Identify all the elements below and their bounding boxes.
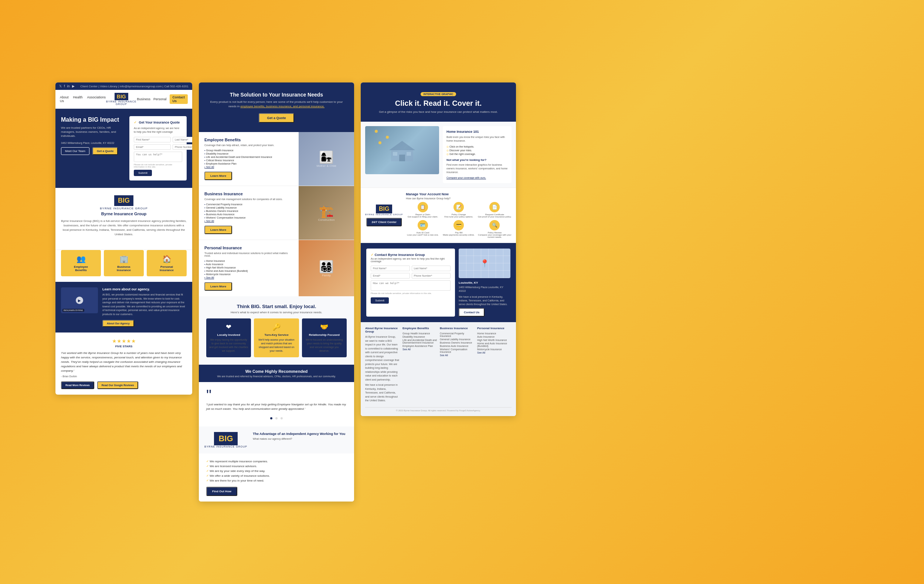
contact-name-row <box>371 266 450 271</box>
play-button[interactable]: ▶ <box>76 297 83 304</box>
locally-involved-desc: We enjoy having the opportunity to give … <box>209 338 248 352</box>
request-cert-desc: Get proof of your insurance policy. <box>478 216 512 218</box>
footer-eb-list: Group Health Insurance Disability Insura… <box>403 332 437 351</box>
phone-input[interactable] <box>173 144 192 150</box>
last-name-input[interactable] <box>173 137 192 142</box>
contact-first-name[interactable] <box>371 266 410 271</box>
business-insurance-content: Business Insurance Coverage and risk man… <box>199 186 299 240</box>
youtube-icon[interactable]: ▶ <box>72 84 75 88</box>
account-subtitle: How can Byrne Insurance Group help? <box>406 197 512 200</box>
list-item: We are there for you in your time of nee… <box>206 478 346 483</box>
twitter-icon[interactable]: 𝕏 <box>59 84 62 88</box>
turnkey-service-box: 🔑 Turn-Key Service We'll help assess you… <box>254 318 299 357</box>
hero-desc: We are trusted partners for CEOs, HR man… <box>61 126 125 138</box>
phone-link[interactable]: Call 502-426-6201 <box>164 85 188 88</box>
client-center-btn[interactable]: 24/7 Client Center <box>366 218 402 227</box>
hero-quote-btn[interactable]: Get a Quote <box>92 147 118 155</box>
email-input[interactable] <box>134 144 171 150</box>
topbar: 𝕏 f in ▶ Client Center | Video Library |… <box>55 83 192 90</box>
footer-list-item[interactable]: See All <box>477 351 512 354</box>
video-thumbnail[interactable]: ▶ BENJAMIN BYRNE <box>61 287 98 313</box>
policy-review-item[interactable]: 🔍 Policy Review Compare your coverage wi… <box>478 220 512 238</box>
meet-team-btn[interactable]: Meet Our Team <box>61 147 89 155</box>
employee-benefits-box[interactable]: 👥 EmployeeBenefits <box>61 250 101 276</box>
pay-bill-item[interactable]: 💳 Pay Bill Make payments securely online… <box>442 220 476 238</box>
footer-list-item: Home and Auto Insurance (Bundled) <box>477 342 512 347</box>
google-reviews-btn[interactable]: Read Our Google Reviews <box>97 381 139 389</box>
request-cert-item[interactable]: 📄 Request Certificate Get proof of your … <box>478 202 512 218</box>
footer-list-item[interactable]: See All <box>440 354 474 357</box>
contact-submit-btn[interactable]: Submit <box>371 297 389 304</box>
contact-phone[interactable] <box>412 273 451 278</box>
bi-learn-more-btn[interactable]: Learn More <box>205 226 232 234</box>
recommended-section: We Come Highly Recommended We are truste… <box>199 365 354 382</box>
contact-check-icon: ✓ <box>371 253 374 257</box>
dot-3[interactable] <box>280 417 283 419</box>
policy-change-desc: Fine tune your policy options. <box>442 216 476 218</box>
message-textarea[interactable] <box>134 152 182 162</box>
footer-about-extra: We have a local presence in Kentucky, In… <box>365 383 399 403</box>
form-submit-btn[interactable]: Submit <box>134 170 152 176</box>
footer-list-item: Disability Insurance <box>403 335 437 338</box>
dot-1[interactable] <box>270 417 272 419</box>
hero-section: Making a BIG Impact We are trusted partn… <box>55 109 192 188</box>
big-logo-box: BIG <box>214 432 237 445</box>
p2-get-quote-btn[interactable]: Get a Quote <box>259 113 294 123</box>
nav-health[interactable]: Health <box>73 96 83 103</box>
linkedin-icon[interactable]: in <box>67 84 70 88</box>
heart-icon: ❤ <box>209 323 248 331</box>
list-item[interactable]: See All <box>205 276 293 279</box>
list-item: Group Health Insurance <box>205 149 293 152</box>
panel-middle: The Solution to Your Insurance Needs Eve… <box>199 83 354 501</box>
auto-id-icon: 🪪 <box>417 220 428 230</box>
nav-business[interactable]: Business <box>137 97 150 101</box>
personal-insurance-box[interactable]: 🏠 PersonalInsurance <box>147 250 186 276</box>
dot-2[interactable] <box>276 417 277 419</box>
contact-contact-row <box>371 273 450 278</box>
relationship-desc: We're focused on understanding your need… <box>305 338 344 352</box>
list-item[interactable]: See All <box>205 219 293 223</box>
find-out-how-btn[interactable]: Find Out How <box>206 487 237 496</box>
about-agency-btn[interactable]: About Our Agency <box>102 320 134 327</box>
nav-quote-btn[interactable]: Contact Us <box>170 94 188 104</box>
personal-icon: 🏠 <box>150 255 184 263</box>
policy-change-item[interactable]: 📝 Policy Change Fine tune your policy op… <box>442 202 476 218</box>
auto-id-item[interactable]: 🪪 Auto ID Card Lose your card? Get a new… <box>406 220 439 238</box>
nav-logo[interactable]: BIG BYRNE INSURANCE GROUP <box>106 93 137 106</box>
logo-box: BIG <box>115 93 128 100</box>
pi-learn-more-btn[interactable]: Learn More <box>205 282 232 291</box>
home-steps-list: Click on the hotspots. Discover your ris… <box>447 145 508 156</box>
personal-insurance-content: Personal Insurance Trusted advice and in… <box>199 240 299 296</box>
map-image[interactable]: 📍 <box>459 248 510 278</box>
read-more-reviews-btn[interactable]: Read More Reviews <box>61 381 94 389</box>
list-item[interactable]: See All <box>205 165 293 169</box>
client-center-link[interactable]: Client Center <box>80 85 97 88</box>
contact-message[interactable] <box>371 280 450 291</box>
footer-business-list: Commercial Property Insurance General Li… <box>440 332 474 357</box>
interactive-title: Click it. Read it. Cover it. <box>368 99 508 108</box>
contact-us-btn[interactable]: Contact Us <box>459 308 485 317</box>
why-boxes: ❤ Locally Involved We enjoy having the o… <box>206 318 346 357</box>
report-claim-item[interactable]: 📋 Report a Claim Get support in filing y… <box>406 202 439 218</box>
contact-email[interactable] <box>371 273 410 278</box>
nav-associations[interactable]: Associations <box>87 96 106 103</box>
review-text: 'I've worked with the Byrne Insurance Gr… <box>61 351 186 373</box>
business-insurance-box[interactable]: 🏢 BusinessInsurance <box>104 250 144 276</box>
contact-last-name[interactable] <box>412 266 451 271</box>
bi-list: Commercial Property Insurance General Li… <box>205 203 293 223</box>
footer-list-item[interactable]: See All <box>403 347 437 351</box>
relationship-box: 🤝 Relationship Focused We're focused on … <box>302 318 346 357</box>
list-item[interactable]: Compare your coverage with ours. <box>447 176 508 179</box>
home-image <box>365 126 439 174</box>
first-name-input[interactable] <box>134 137 171 142</box>
independent-title: The Advantage of an Independent Agency W… <box>253 432 345 436</box>
more-links-list: Compare your coverage with ours. <box>447 176 508 179</box>
nav-personal[interactable]: Personal <box>153 97 167 101</box>
eb-learn-more-btn[interactable]: Learn More <box>205 172 232 180</box>
email-link[interactable]: info@byrneinsurancegroup.com <box>120 85 162 88</box>
relationship-title: Relationship Focused <box>305 333 344 337</box>
video-library-link[interactable]: Video Library <box>100 85 117 88</box>
svg-marker-1 <box>389 141 415 150</box>
facebook-icon[interactable]: f <box>64 84 65 88</box>
nav-about[interactable]: About Us <box>60 96 69 103</box>
